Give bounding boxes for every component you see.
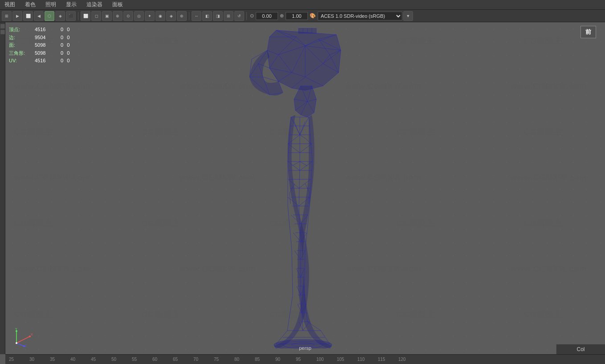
vertex-value: 4516 (35, 26, 57, 34)
toolbar-btn-10[interactable]: ⊕ (113, 11, 123, 21)
vertex-label: 顶点: (9, 26, 31, 34)
tl-35: 35 (49, 357, 69, 362)
toolbar: ⊞ ▶ ⬜ ◀ ⬡ ◈ ⬛ ⬜ ◻ ▣ ⊕ ⊙ ◎ ✦ ◉ ◈ ⊛ ↔ ◧ ◨ … (0, 10, 605, 22)
timeline-bar: 25 30 35 40 45 50 55 60 65 70 75 80 85 9… (5, 354, 605, 364)
tris-value: 5098 (35, 49, 57, 57)
uv-v2: 0 (67, 57, 69, 65)
toolbar-btn-19[interactable]: ◨ (213, 11, 223, 21)
scale-label: ⊕ (279, 13, 285, 19)
menu-lighting[interactable]: 照明 (44, 0, 58, 9)
tl-105: 105 (336, 357, 356, 362)
uv-label: UV: (9, 57, 31, 65)
toolbar-btn-15[interactable]: ◈ (166, 11, 176, 21)
tl-80: 80 (233, 357, 254, 362)
side-btn-2[interactable] (0, 30, 5, 34)
svg-line-151 (294, 135, 300, 139)
viewport[interactable]: CG模型主 CG模型主 CG模型主 CG模型主 CG模型主 CG模型主 www.… (5, 22, 605, 354)
color-space-select[interactable]: ACES 1.0 SDR-video (sRGB) (318, 12, 402, 20)
svg-line-152 (300, 135, 307, 139)
uv-v1: 0 (61, 57, 63, 65)
axe-wireframe-svg: .mesh-line { stroke: #2a2aaa; stroke-wid… (234, 28, 376, 348)
toolbar-btn-20[interactable]: ⊞ (224, 11, 233, 21)
camera-label: persp (299, 345, 311, 351)
menu-renderer[interactable]: 追染器 (85, 0, 104, 9)
tl-120: 120 (397, 357, 418, 362)
axe-handle-main (274, 115, 332, 348)
tl-85: 85 (254, 357, 274, 362)
toolbar-btn-2[interactable]: ▶ (12, 11, 22, 21)
toolbar-btn-3[interactable]: ⬜ (23, 11, 33, 21)
vertex-v1: 0 (61, 26, 63, 34)
scale-input[interactable] (286, 12, 308, 20)
edge-v2: 0 (67, 34, 69, 42)
menu-shading[interactable]: 着色 (23, 0, 37, 9)
toolbar-btn-11[interactable]: ⊙ (123, 11, 133, 21)
svg-line-110 (287, 295, 293, 331)
tl-110: 110 (356, 357, 377, 362)
tl-95: 95 (295, 357, 315, 362)
toolbar-btn-21[interactable]: ↺ (234, 11, 244, 21)
svg-line-177 (16, 343, 24, 346)
toolbar-btn-17[interactable]: ↔ (192, 11, 201, 21)
uv-value: 4516 (35, 57, 57, 65)
svg-line-120 (299, 162, 300, 206)
toolbar-btn-18[interactable]: ◧ (202, 11, 212, 21)
toolbar-btn-wireframe[interactable]: ⬡ (45, 11, 54, 21)
tris-label: 三角形: (9, 49, 31, 57)
tl-25: 25 (8, 357, 29, 362)
svg-line-171 (16, 336, 30, 343)
toolbar-btn-6[interactable]: ⬛ (66, 11, 76, 21)
edge-v1: 0 (61, 34, 63, 42)
left-sidebar (0, 22, 5, 354)
tris-v1: 0 (61, 49, 63, 57)
toolbar-btn-7[interactable]: ⬜ (81, 11, 90, 21)
menu-panels[interactable]: 面板 (110, 0, 125, 9)
edge-label: 边: (9, 34, 31, 42)
edge-value: 9504 (35, 34, 57, 42)
svg-line-109 (292, 251, 293, 295)
toolbar-btn-16[interactable]: ⊛ (177, 11, 187, 21)
menu-view[interactable]: 视图 (3, 0, 17, 9)
menu-bar: 视图 着色 照明 显示 追染器 面板 (0, 0, 605, 10)
svg-line-155 (300, 162, 307, 166)
axe-mesh-container: .mesh-line { stroke: #2a2aaa; stroke-wid… (5, 22, 605, 354)
tl-50: 50 (110, 357, 131, 362)
tl-75: 75 (213, 357, 233, 362)
tl-115: 115 (377, 357, 397, 362)
svg-line-149 (300, 121, 305, 135)
svg-line-108 (288, 206, 292, 251)
toolbar-btn-5[interactable]: ◈ (55, 11, 65, 21)
offset-label: ⊙ (249, 13, 255, 19)
toolbar-btn-1[interactable]: ⊞ (2, 11, 12, 21)
svg-text:X: X (31, 333, 33, 336)
vertex-v2: 0 (67, 26, 69, 34)
axe-head (249, 28, 341, 96)
colorspace-label: 🎨 (309, 13, 317, 19)
toolbar-sep-3 (246, 12, 247, 20)
face-value: 5098 (35, 41, 57, 49)
tl-60: 60 (151, 357, 172, 362)
toolbar-dropdown-btn[interactable]: ▼ (403, 11, 413, 21)
toolbar-btn-12[interactable]: ◎ (134, 11, 144, 21)
tl-45: 45 (90, 357, 110, 362)
tl-100: 100 (315, 357, 336, 362)
svg-marker-63 (294, 86, 316, 117)
col-indicator: Col (556, 344, 605, 354)
offset-input[interactable] (256, 12, 278, 20)
menu-display[interactable]: 显示 (64, 0, 78, 9)
toolbar-sep-1 (78, 12, 78, 20)
tl-90: 90 (274, 357, 295, 362)
side-btn-1[interactable] (0, 24, 5, 28)
face-label: 面: (9, 41, 31, 49)
toolbar-btn-14[interactable]: ◉ (155, 11, 165, 21)
svg-line-157 (290, 193, 290, 204)
toolbar-btn-9[interactable]: ▣ (102, 11, 112, 21)
face-v2: 0 (67, 41, 69, 49)
col-label: Col (576, 346, 585, 352)
toolbar-btn-8[interactable]: ◻ (91, 11, 101, 21)
stats-overlay: 顶点: 4516 0 0 边: 9504 0 0 面: 5098 0 0 三角形… (9, 26, 69, 65)
tl-70: 70 (192, 357, 213, 362)
toolbar-btn-4[interactable]: ◀ (34, 11, 44, 21)
face-v1: 0 (61, 41, 63, 49)
toolbar-btn-13[interactable]: ✦ (145, 11, 155, 21)
